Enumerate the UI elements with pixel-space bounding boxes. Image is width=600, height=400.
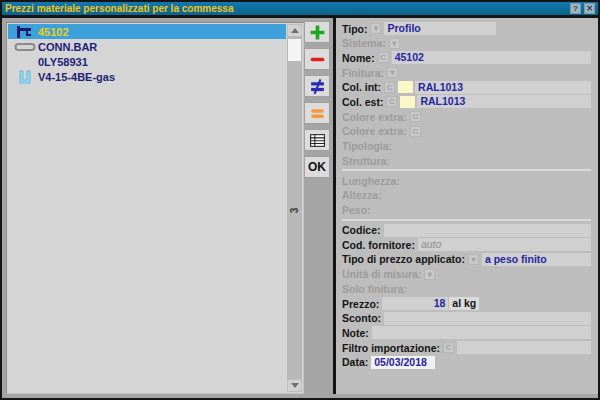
tipologia-label: Tipologia: — [342, 140, 392, 152]
form-row-tipo: Tipo:▾Profilo — [342, 22, 591, 35]
lunghezza-label: Lunghezza: — [342, 175, 400, 187]
scroll-up-button[interactable] — [287, 24, 302, 37]
col-est-label: Col. est: — [342, 96, 383, 108]
section-divider — [342, 169, 591, 171]
titlebar[interactable]: Prezzi materiale personalizzati per la c… — [2, 2, 598, 18]
form-row-col-int: Col. int:CRAL1013 — [342, 81, 591, 94]
col-est-swatch[interactable] — [400, 96, 415, 108]
col-int-swatch[interactable] — [398, 81, 413, 93]
form-row-colore-extra-1: Colore extra:C — [342, 110, 591, 123]
col-int-label: Col. int: — [342, 81, 381, 93]
tipo-field[interactable]: Profilo — [384, 22, 496, 35]
table-icon — [309, 132, 326, 149]
arrow-down-icon — [291, 383, 299, 388]
list-item-label: CONN.BAR — [38, 41, 97, 53]
form-row-unita-di-misura: Unità di misura:▾ — [342, 268, 591, 281]
colore-extra-2-label: Colore extra: — [342, 125, 407, 137]
list-item[interactable]: CONN.BAR — [8, 39, 286, 54]
materials-list: 45102CONN.BAR0LY58931V4-15-4BE-gas 3 — [6, 22, 304, 394]
colore-extra-2-color-button: C — [410, 126, 421, 137]
sistema-label: Sistema: — [342, 37, 386, 49]
form-row-note: Note: — [342, 326, 591, 339]
list-item-label: V4-15-4BE-gas — [38, 71, 115, 83]
list-item[interactable]: 45102 — [8, 24, 286, 39]
cod-fornitore-label: Cod. fornitore: — [342, 239, 415, 251]
close-button[interactable]: ✕ — [584, 3, 595, 14]
window-title: Prezzi materiale personalizzati per la c… — [5, 3, 567, 14]
filtro-importazione-label: Filtro importazione: — [342, 342, 440, 354]
nome-color-button: C — [378, 52, 389, 63]
form-row-altezza: Altezza: — [342, 189, 591, 202]
scrollbar-thumb[interactable] — [288, 39, 301, 61]
help-button[interactable]: ? — [570, 3, 581, 14]
col-est-color-button: C — [386, 96, 397, 107]
form-row-finitura: Finitura:▾ — [342, 66, 591, 79]
ok-button[interactable]: OK — [304, 156, 330, 178]
tipo-dropdown: ▾ — [370, 23, 381, 34]
compare-different-button[interactable] — [304, 75, 330, 97]
sconto-field[interactable] — [384, 312, 591, 325]
sconto-label: Sconto: — [342, 312, 381, 324]
form-row-lunghezza: Lunghezza: — [342, 174, 591, 187]
toolbar: OK — [304, 21, 332, 183]
arrow-up-icon — [291, 28, 299, 33]
note-field[interactable] — [372, 326, 591, 339]
tipo-label: Tipo: — [342, 23, 367, 35]
scrollbar-track[interactable]: 3 — [287, 37, 302, 379]
form-row-prezzo: Prezzo:18al kg — [342, 297, 591, 310]
add-button[interactable] — [304, 21, 330, 43]
form-row-tipologia: Tipologia: — [342, 140, 591, 153]
codice-field[interactable] — [384, 224, 591, 237]
form-row-sistema: Sistema:▾ — [342, 37, 591, 50]
col-int-color-button: C — [384, 82, 395, 93]
form-row-cod-fornitore: Cod. fornitore:auto — [342, 238, 591, 251]
prezzo-label: Prezzo: — [342, 298, 379, 310]
sistema-dropdown: ▾ — [389, 38, 400, 49]
finitura-label: Finitura: — [342, 67, 384, 79]
list-item[interactable]: 0LY58931 — [8, 54, 286, 69]
form-row-sconto: Sconto: — [342, 312, 591, 325]
compare-equal-button[interactable] — [304, 102, 330, 124]
list-scrollbar[interactable]: 3 — [287, 24, 302, 392]
form-row-data: Data:05/03/2018 — [342, 356, 591, 369]
col-int-field[interactable]: RAL1013 — [415, 81, 591, 94]
prezzo-field[interactable]: 18 — [382, 297, 448, 310]
table-button[interactable] — [304, 129, 330, 151]
nome-label: Nome: — [342, 52, 375, 64]
tipo-prezzo-applicato-dropdown: ▾ — [468, 254, 479, 265]
list-item-label: 45102 — [38, 26, 69, 38]
nome-field[interactable]: 45102 — [392, 51, 591, 64]
unita-di-misura-label: Unità di misura: — [342, 268, 421, 280]
profile-icon — [11, 25, 38, 39]
button-label: OK — [308, 160, 326, 174]
colore-extra-1-color-button: C — [410, 111, 421, 122]
altezza-label: Altezza: — [342, 189, 382, 201]
prezzo-unit: al kg — [449, 297, 479, 310]
data-field[interactable]: 05/03/2018 — [371, 356, 435, 369]
form-row-col-est: Col. est:CRAL1013 — [342, 95, 591, 108]
form-row-nome: Nome:C45102 — [342, 51, 591, 64]
col-est-field[interactable]: RAL1013 — [417, 95, 591, 108]
form-row-colore-extra-2: Colore extra:C — [342, 125, 591, 138]
cod-fornitore-field[interactable]: auto — [418, 238, 591, 251]
form-row-filtro-importazione: Filtro importazione:C — [342, 341, 591, 354]
list-item-label: 0LY58931 — [38, 56, 88, 68]
form-row-codice: Codice: — [342, 224, 591, 237]
dialog-body: 45102CONN.BAR0LY58931V4-15-4BE-gas 3 OK … — [2, 18, 598, 398]
filtro-importazione-color-button: C — [443, 342, 454, 353]
remove-button[interactable] — [304, 48, 330, 70]
details-form: Tipo:▾ProfiloSistema:▾Nome:C45102Finitur… — [336, 18, 598, 394]
list-item[interactable]: V4-15-4BE-gas — [8, 69, 286, 84]
tipo-prezzo-applicato-label: Tipo di prezzo applicato: — [342, 253, 465, 265]
note-label: Note: — [342, 327, 369, 339]
tipo-prezzo-applicato-field[interactable]: a peso finito — [482, 253, 591, 266]
dialog-window: Prezzi materiale personalizzati per la c… — [0, 0, 600, 400]
connector-icon — [11, 42, 38, 52]
struttura-label: Struttura: — [342, 155, 390, 167]
plus-icon — [309, 24, 326, 41]
scroll-down-button[interactable] — [287, 379, 302, 392]
finitura-dropdown: ▾ — [387, 67, 398, 78]
filtro-importazione-field[interactable] — [457, 341, 591, 354]
solo-finitura-label: Solo finitura: — [342, 283, 407, 295]
equal-icon — [309, 105, 326, 122]
